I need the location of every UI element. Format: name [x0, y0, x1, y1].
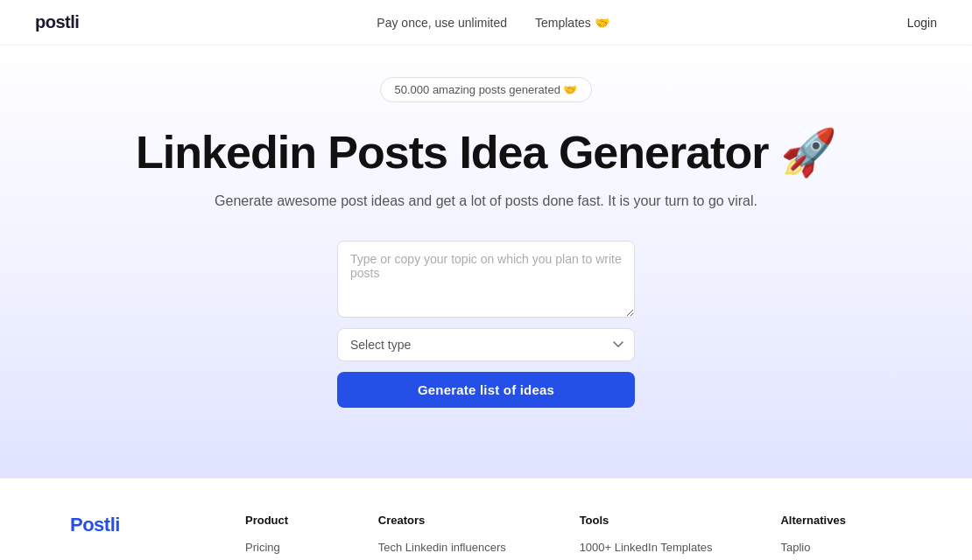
footer-link-1-0[interactable]: Tech Linkedin influencers	[378, 541, 506, 554]
list-item: 1000+ LinkedIn Templates	[580, 539, 729, 555]
list-item: Tech Linkedin influencers	[378, 539, 527, 555]
footer-link-0-0[interactable]: Pricing	[245, 541, 280, 554]
hero-title: Linkedin Posts Idea Generator 🚀	[136, 127, 836, 179]
footer-col-2: Tools1000+ LinkedIn Templates50+ LinkedI…	[580, 514, 729, 560]
footer-col-1: CreatorsTech Linkedin influencersAI Link…	[378, 514, 527, 560]
footer-col-heading-3: Alternatives	[780, 514, 845, 527]
footer-brand: Postli	[70, 514, 175, 560]
footer-col-list-3: TaplioBufferAuthoredUpTypefullyHootSuite	[780, 539, 845, 560]
footer: Postli ProductPricingGithubFeature reque…	[0, 478, 972, 560]
footer-col-heading-2: Tools	[580, 514, 729, 527]
footer-link-2-0[interactable]: 1000+ LinkedIn Templates	[580, 541, 713, 554]
footer-columns: ProductPricingGithubFeature requestLinke…	[245, 514, 902, 560]
hero-subtitle: Generate awesome post ideas and get a lo…	[215, 193, 757, 209]
navbar: postli Pay once, use unlimited Templates…	[0, 0, 972, 46]
footer-col-list-2: 1000+ LinkedIn Templates50+ LinkedIn Hoo…	[580, 539, 729, 560]
footer-col-list-0: PricingGithubFeature requestLinkedinV0.	[245, 539, 326, 560]
footer-col-heading-0: Product	[245, 514, 326, 527]
list-item: Taplio	[780, 539, 845, 555]
topic-input[interactable]	[337, 241, 635, 318]
type-select[interactable]: Select type Story Tips How-to Listicle	[337, 328, 635, 361]
idea-generator-form: Select type Story Tips How-to Listicle G…	[337, 241, 635, 408]
hero-badge-text: 50.000 amazing posts generated 🤝	[395, 83, 578, 96]
site-logo[interactable]: postli	[35, 12, 79, 32]
hero-badge: 50.000 amazing posts generated 🤝	[380, 77, 593, 102]
footer-col-3: AlternativesTaplioBufferAuthoredUpTypefu…	[780, 514, 845, 560]
nav-login[interactable]: Login	[907, 16, 937, 30]
footer-col-0: ProductPricingGithubFeature requestLinke…	[245, 514, 326, 560]
nav-templates[interactable]: Templates 🤝	[535, 16, 609, 30]
footer-logo[interactable]: Postli	[70, 514, 175, 536]
generate-button[interactable]: Generate list of ideas	[337, 372, 635, 408]
footer-top: Postli ProductPricingGithubFeature reque…	[70, 514, 902, 560]
footer-link-3-0[interactable]: Taplio	[780, 541, 810, 554]
hero-section: 50.000 amazing posts generated 🤝 Linkedi…	[0, 46, 972, 478]
list-item: Pricing	[245, 539, 326, 555]
footer-col-list-1: Tech Linkedin influencersAI Linkedin Inf…	[378, 539, 527, 560]
nav-center: Pay once, use unlimited Templates 🤝	[377, 16, 609, 30]
nav-cta[interactable]: Pay once, use unlimited	[377, 16, 507, 30]
footer-col-heading-1: Creators	[378, 514, 527, 527]
